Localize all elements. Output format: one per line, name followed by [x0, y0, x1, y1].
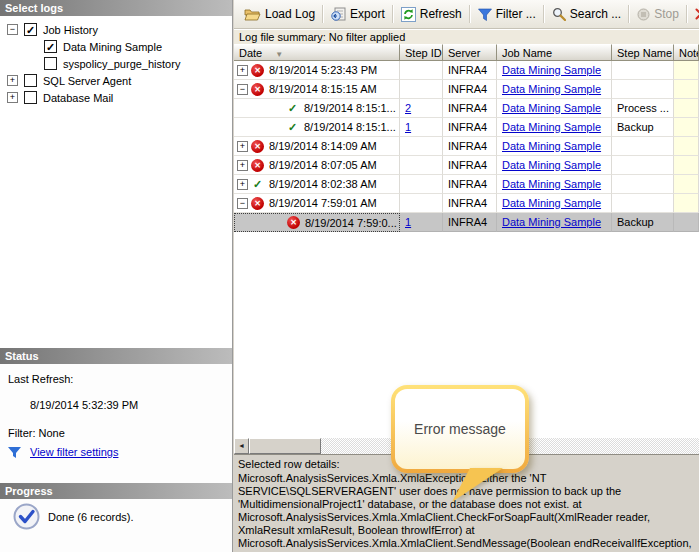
status-icon: ✕ — [251, 140, 264, 153]
refresh-button[interactable]: Refresh — [396, 4, 467, 25]
checkbox-data-mining-sample[interactable]: ✓ — [44, 40, 57, 53]
notes-cell — [674, 137, 699, 156]
tree-item-syspolicy-purge-history[interactable]: syspolicy_purge_history — [0, 55, 232, 72]
expand-icon[interactable]: + — [7, 75, 18, 86]
column-header-notes[interactable]: Notes — [674, 44, 699, 61]
step-id-cell: 2 — [400, 99, 443, 118]
server-cell: INFRA4 — [443, 156, 497, 175]
column-label: Step ID — [405, 47, 442, 59]
notes-cell — [674, 80, 699, 99]
button-label: Refresh — [420, 7, 462, 21]
step-id-link[interactable]: 2 — [405, 102, 411, 114]
expand-icon[interactable]: + — [237, 65, 248, 76]
table-row[interactable]: − ✕ 8/19/2014 8:15:15 AM INFRA4 Data Min… — [234, 80, 699, 99]
job-name-link[interactable]: Data Mining Sample — [502, 140, 601, 152]
expand-icon[interactable]: + — [237, 160, 248, 171]
search-icon — [552, 7, 566, 21]
notes-cell — [674, 118, 699, 137]
tree-label: SQL Server Agent — [43, 75, 131, 87]
delete-button[interactable]: Delete ... — [690, 4, 699, 24]
date-cell: ✕ 8/19/2014 7:59:0... — [234, 213, 400, 232]
date-value: 8/19/2014 8:14:09 AM — [269, 137, 377, 155]
job-name-link[interactable]: Data Mining Sample — [502, 83, 601, 95]
collapse-icon[interactable]: − — [7, 24, 18, 35]
filter-button[interactable]: Filter ... — [473, 4, 541, 24]
step-id-cell — [400, 194, 443, 213]
tree-item-data-mining-sample[interactable]: ✓ Data Mining Sample — [0, 38, 232, 55]
step-name-cell — [612, 175, 674, 194]
status-header: Status — [0, 348, 232, 364]
export-button[interactable]: Export — [326, 4, 390, 24]
scroll-left-arrow[interactable]: ◄ — [234, 438, 249, 454]
column-label: Date — [239, 47, 262, 59]
log-file-viewer-window: Select logs − ✓ Job History ✓ Data Minin… — [0, 0, 699, 552]
checkbox-database-mail[interactable] — [24, 91, 37, 104]
table-row-selected[interactable]: ✕ 8/19/2014 7:59:0... 1 INFRA4 Data Mini… — [234, 213, 699, 232]
table-row[interactable]: + ✕ 8/19/2014 8:07:05 AM INFRA4 Data Min… — [234, 156, 699, 175]
job-name-link[interactable]: Data Mining Sample — [502, 102, 601, 114]
view-filter-settings-link[interactable]: View filter settings — [30, 446, 118, 458]
date-cell: − ✕ 8/19/2014 8:15:15 AM — [234, 80, 400, 99]
table-row[interactable]: + ✓ 8/19/2014 8:02:38 AM INFRA4 Data Min… — [234, 175, 699, 194]
notes-cell — [674, 175, 699, 194]
status-icon: ✓ — [251, 178, 264, 191]
button-label: Export — [350, 7, 385, 21]
tree-label: Data Mining Sample — [63, 41, 162, 53]
checkbox-sql-server-agent[interactable] — [24, 74, 37, 87]
button-label: Stop — [654, 7, 679, 21]
load-log-button[interactable]: Load Log — [239, 4, 320, 24]
date-cell: + ✓ 8/19/2014 8:02:38 AM — [234, 175, 400, 194]
step-id-link[interactable]: 1 — [405, 121, 411, 133]
checkbox-job-history[interactable]: ✓ — [24, 23, 37, 36]
column-header-step-name[interactable]: Step Name — [612, 44, 674, 61]
column-header-server[interactable]: Server — [443, 44, 497, 61]
column-label: Job Name — [502, 47, 552, 59]
job-name-link[interactable]: Data Mining Sample — [502, 178, 601, 190]
job-name-link[interactable]: Data Mining Sample — [502, 197, 601, 209]
checkbox-syspolicy[interactable] — [44, 57, 57, 70]
table-row[interactable]: ✓ 8/19/2014 8:15:1... 1 INFRA4 Data Mini… — [234, 118, 699, 137]
expand-icon[interactable]: + — [237, 141, 248, 152]
table-row[interactable]: ✓ 8/19/2014 8:15:1... 2 INFRA4 Data Mini… — [234, 99, 699, 118]
collapse-icon[interactable]: − — [237, 84, 248, 95]
table-row[interactable]: − ✕ 8/19/2014 7:59:01 AM INFRA4 Data Min… — [234, 194, 699, 213]
date-value: 8/19/2014 8:15:15 AM — [269, 80, 377, 98]
table-row[interactable]: + ✕ 8/19/2014 8:14:09 AM INFRA4 Data Min… — [234, 137, 699, 156]
job-name-link[interactable]: Data Mining Sample — [502, 64, 601, 76]
job-name-link[interactable]: Data Mining Sample — [502, 216, 601, 228]
date-value: 8/19/2014 8:15:1... — [304, 99, 396, 117]
callout-body: Error message — [395, 389, 525, 469]
notes-cell — [674, 99, 699, 118]
date-value: 8/19/2014 8:15:1... — [304, 118, 396, 136]
expand-icon[interactable]: + — [237, 179, 248, 190]
table-row[interactable]: + ✕ 8/19/2014 5:23:43 PM INFRA4 Data Min… — [234, 61, 699, 80]
job-name-cell: Data Mining Sample — [497, 80, 612, 99]
grid-header: Date ▼ Step ID Server Job Name Step Name… — [234, 44, 699, 61]
step-id-link[interactable]: 1 — [405, 216, 411, 228]
date-value: 8/19/2014 8:07:05 AM — [269, 156, 377, 174]
search-button[interactable]: Search ... — [547, 4, 626, 24]
step-id-cell: 1 — [400, 213, 443, 232]
date-value: 8/19/2014 7:59:0... — [305, 214, 397, 232]
expand-icon[interactable]: + — [7, 92, 18, 103]
scrollbar-thumb[interactable] — [249, 438, 321, 454]
notes-cell — [674, 194, 699, 213]
column-header-job-name[interactable]: Job Name — [497, 44, 612, 61]
tree-item-database-mail[interactable]: + Database Mail — [0, 89, 232, 106]
job-name-link[interactable]: Data Mining Sample — [502, 159, 601, 171]
done-check-icon — [13, 503, 40, 530]
tree-item-sql-server-agent[interactable]: + SQL Server Agent — [0, 72, 232, 89]
refresh-icon — [401, 7, 416, 22]
date-cell: + ✕ 8/19/2014 8:14:09 AM — [234, 137, 400, 156]
delete-icon — [695, 8, 699, 20]
select-logs-header: Select logs — [0, 0, 232, 16]
server-cell: INFRA4 — [443, 118, 497, 137]
column-header-date[interactable]: Date ▼ — [234, 44, 400, 61]
collapse-icon[interactable]: − — [237, 198, 248, 209]
status-icon: ✕ — [251, 64, 264, 77]
tree-label: Job History — [43, 24, 98, 36]
job-name-link[interactable]: Data Mining Sample — [502, 121, 601, 133]
tree-item-job-history[interactable]: − ✓ Job History — [0, 21, 232, 38]
column-header-step-id[interactable]: Step ID — [400, 44, 443, 61]
step-id-cell — [400, 61, 443, 80]
